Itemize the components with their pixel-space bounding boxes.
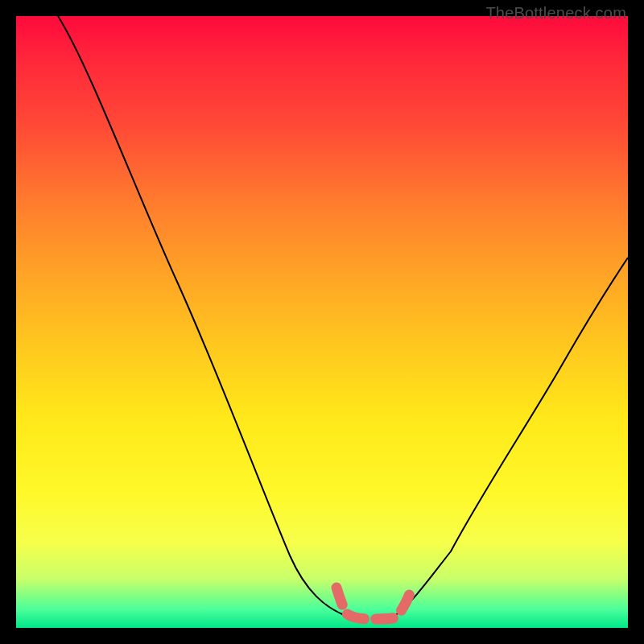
left-branch-curve (58, 16, 346, 616)
attribution-text: TheBottleneck.com (485, 4, 626, 23)
right-branch-curve (394, 258, 628, 616)
plot-area (16, 16, 628, 628)
valley-highlight-marker (336, 588, 411, 619)
chart-svg (16, 16, 628, 628)
